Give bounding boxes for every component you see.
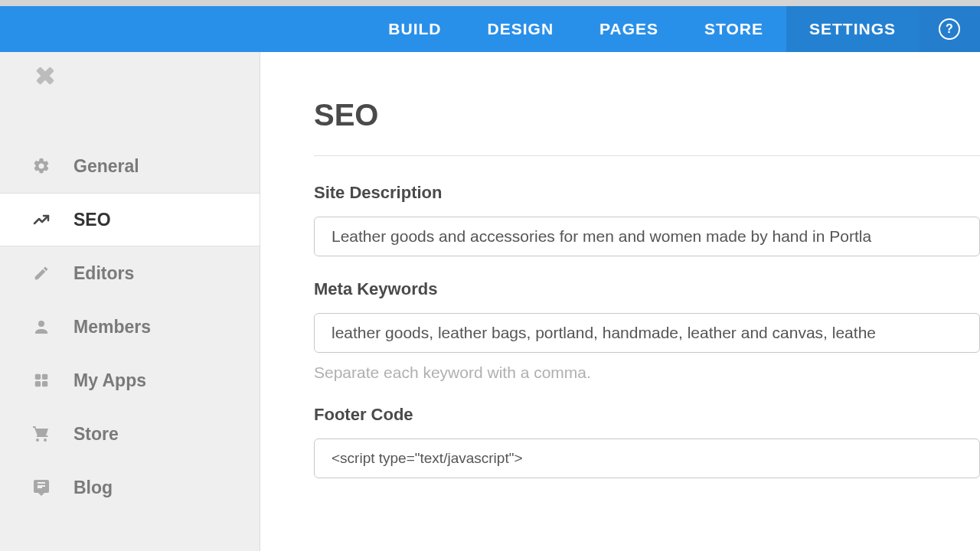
svg-rect-3 [35, 381, 41, 386]
svg-rect-1 [35, 374, 41, 380]
main-content: SEO Site Description Meta Keywords Separ… [260, 52, 980, 551]
gear-icon [31, 155, 52, 177]
meta-keywords-helper: Separate each keyword with a comma. [314, 364, 980, 382]
nav-build[interactable]: BUILD [365, 6, 464, 52]
close-icon[interactable] [35, 66, 55, 86]
trend-icon [31, 209, 52, 230]
nav-store[interactable]: STORE [681, 6, 786, 52]
field-meta-keywords: Meta Keywords Separate each keyword with… [314, 279, 980, 382]
top-navbar-items: BUILD DESIGN PAGES STORE SETTINGS [365, 6, 919, 52]
nav-design[interactable]: DESIGN [465, 6, 577, 52]
sidebar-item-general[interactable]: General [0, 139, 260, 193]
nav-settings[interactable]: SETTINGS [786, 6, 919, 52]
sidebar-item-members[interactable]: Members [0, 300, 260, 354]
help-button[interactable]: ? [919, 6, 980, 52]
site-description-label: Site Description [314, 183, 980, 203]
field-footer-code: Footer Code <script type="text/javascrip… [314, 405, 980, 478]
site-description-input[interactable] [314, 217, 980, 256]
meta-keywords-label: Meta Keywords [314, 279, 980, 299]
field-site-description: Site Description [314, 183, 980, 256]
sidebar-item-label: SEO [74, 210, 111, 230]
sidebar-item-label: Blog [74, 478, 113, 498]
sidebar-item-label: Members [74, 317, 151, 337]
page-title: SEO [314, 98, 980, 132]
svg-rect-4 [42, 381, 47, 386]
svg-rect-2 [42, 374, 47, 380]
sidebar: General SEO Editors Members My Apps [0, 52, 260, 551]
chat-icon [31, 477, 52, 498]
sidebar-item-store[interactable]: Store [0, 407, 260, 461]
sidebar-item-editors[interactable]: Editors [0, 246, 260, 300]
browser-chrome [0, 0, 980, 6]
sidebar-item-blog[interactable]: Blog [0, 461, 260, 514]
cart-icon [31, 423, 52, 445]
divider [314, 155, 980, 156]
footer-code-input[interactable]: <script type="text/javascript"> [314, 439, 980, 478]
top-navbar: BUILD DESIGN PAGES STORE SETTINGS ? [0, 6, 980, 52]
sidebar-item-label: General [74, 156, 139, 177]
sidebar-item-label: Editors [74, 263, 134, 284]
pencil-icon [31, 262, 52, 284]
grid-icon [31, 370, 52, 391]
meta-keywords-input[interactable] [314, 313, 980, 353]
svg-point-0 [38, 321, 44, 327]
nav-pages[interactable]: PAGES [577, 6, 681, 52]
help-icon: ? [939, 18, 960, 40]
sidebar-item-label: Store [74, 424, 119, 445]
footer-code-label: Footer Code [314, 405, 980, 425]
sidebar-item-label: My Apps [74, 370, 146, 391]
sidebar-item-seo[interactable]: SEO [0, 193, 260, 246]
person-icon [31, 316, 52, 337]
sidebar-item-myapps[interactable]: My Apps [0, 354, 260, 407]
